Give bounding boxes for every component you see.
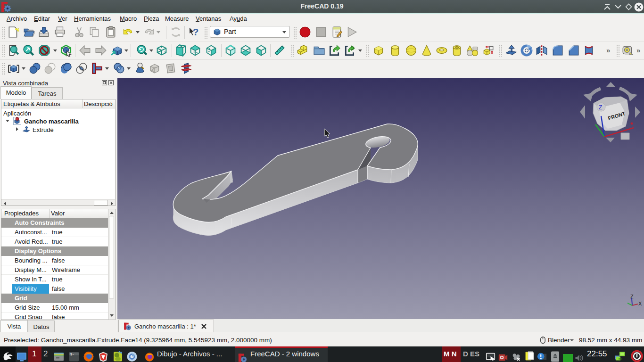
svg-text:X: X bbox=[638, 301, 642, 306]
svg-text:Z: Z bbox=[599, 104, 602, 111]
svg-text:$-: $- bbox=[70, 353, 74, 356]
